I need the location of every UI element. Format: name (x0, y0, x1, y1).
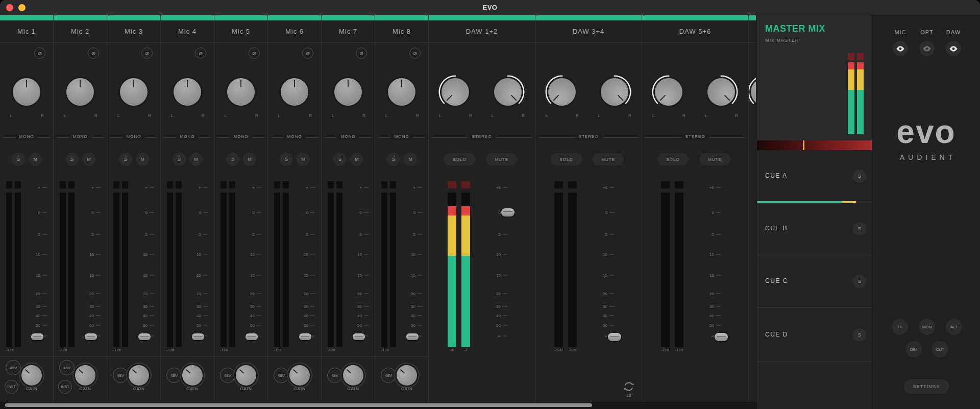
channel-strip: Mic 3 ⌀ L R MONO S M + 0 -5 10 15 20 30 … (107, 15, 161, 409)
phantom-48v-button[interactable]: 48V (113, 368, 128, 383)
alt-speaker-button[interactable]: ALT (946, 319, 962, 335)
solo-button[interactable]: S (387, 153, 400, 166)
close-button[interactable] (6, 4, 13, 11)
pan-left-label: L (329, 113, 337, 118)
cue-c-solo-button[interactable]: S (853, 275, 866, 288)
fader-scale: + 0 -5 10 15 20 30 40 50 ∞ (133, 15, 154, 409)
level-meter (328, 193, 334, 347)
fader-handle[interactable] (406, 333, 419, 340)
pan-right-label: R (519, 113, 527, 118)
meter-peak-segment (229, 181, 235, 188)
fader-handle[interactable] (715, 333, 728, 341)
master-subtitle: MIX MASTER (765, 38, 799, 43)
phantom-48v-button[interactable]: 48V (59, 360, 75, 375)
fader-scale: +6 0 -5 10 15 20 30 40 50 ∞ (589, 15, 614, 409)
solo-button[interactable]: SOLO (444, 153, 475, 165)
cue-a-solo-button[interactable]: S (853, 170, 866, 183)
phantom-48v-button[interactable]: 48V (166, 368, 182, 383)
phantom-48v-button[interactable]: 48V (220, 368, 235, 383)
level-meter (6, 193, 12, 347)
fader-handle[interactable] (299, 333, 311, 340)
fader-handle[interactable] (192, 333, 204, 340)
master-level-meter (857, 62, 864, 134)
cue-a-level-slider[interactable] (757, 201, 872, 203)
opt-visibility-button[interactable] (919, 41, 935, 56)
solo-button[interactable]: SOLO (551, 153, 582, 165)
scrollbar-thumb[interactable] (5, 403, 592, 407)
level-meter (122, 193, 128, 347)
eye-icon (896, 45, 905, 52)
level-meter (381, 193, 387, 347)
loopback-button[interactable]: LB (619, 379, 639, 399)
meter-peak-segment (68, 181, 75, 188)
fader-handle[interactable] (85, 333, 97, 340)
solo-button[interactable]: S (65, 153, 79, 166)
fader-handle[interactable] (31, 333, 43, 340)
fader-handle[interactable] (246, 333, 258, 340)
settings-button[interactable]: SETTINGS (904, 379, 949, 394)
mic-visibility-button[interactable] (893, 41, 908, 56)
pan-right-label: R (680, 113, 688, 118)
phantom-48v-button[interactable]: 48V (6, 360, 21, 375)
meter-peak-segment (328, 181, 334, 188)
level-meter (675, 193, 683, 347)
solo-button[interactable]: S (226, 153, 239, 166)
solo-button[interactable]: S (333, 153, 347, 166)
footer-divider (107, 356, 160, 357)
master-section (757, 15, 872, 150)
level-readout-left: -128 (553, 348, 564, 352)
cut-button[interactable]: CUT (932, 341, 948, 357)
phantom-48v-button[interactable]: 48V (274, 368, 289, 383)
phantom-48v-button[interactable]: 48V (327, 368, 342, 383)
dim-button[interactable]: DIM (905, 341, 922, 357)
solo-button[interactable]: S (280, 153, 293, 166)
inst-button[interactable]: INST (58, 380, 72, 394)
fader-scale: + 0 -5 10 15 20 30 40 50 ∞ (26, 15, 47, 409)
meter-peak-segment (661, 181, 670, 188)
fader-scale: + 0 -5 10 15 20 30 40 50 ∞ (240, 15, 261, 409)
cue-b-solo-button[interactable]: S (853, 222, 866, 235)
meter-peak-segment (122, 181, 128, 188)
pan-right-label: R (467, 113, 475, 118)
fader-scale: + 0 -5 10 15 20 30 40 50 ∞ (186, 15, 208, 409)
phantom-48v-button[interactable]: 48V (381, 368, 396, 383)
solo-button[interactable]: S (173, 153, 186, 166)
titlebar: EVO (0, 0, 980, 15)
cue-d-solo-button[interactable]: S (853, 328, 866, 342)
level-meter (167, 193, 173, 347)
cue-c-label: CUE C (765, 277, 788, 284)
solo-button[interactable]: S (12, 153, 25, 166)
window-controls (6, 4, 26, 11)
pan-left-label: L (222, 113, 230, 118)
gain-label: GAIN (182, 387, 203, 391)
footer-divider (0, 356, 53, 357)
solo-button[interactable]: SOLO (657, 153, 689, 165)
fader-scale: + 0 -5 10 15 20 30 40 50 ∞ (347, 15, 369, 409)
gain-label: GAIN (289, 387, 310, 391)
channel-header (749, 20, 756, 43)
fader-handle[interactable] (501, 208, 514, 216)
master-level-meter (848, 62, 854, 134)
minimize-button[interactable] (18, 4, 26, 11)
monitor-button[interactable]: MON (919, 319, 935, 335)
pan-left-label: L (275, 113, 283, 118)
inst-button[interactable]: INST (5, 380, 18, 394)
eye-icon (922, 45, 932, 52)
cue-divider (757, 362, 872, 362)
fader-handle[interactable] (353, 333, 365, 340)
fader-handle[interactable] (608, 333, 621, 341)
solo-button[interactable]: S (119, 153, 132, 166)
daw-visibility-button[interactable] (946, 41, 961, 56)
channel-rack: Mic 1 ⌀ L R MONO S M + 0 -5 10 15 20 30 … (0, 15, 756, 409)
level-readout-left: -128 (660, 348, 671, 352)
level-readout: -128 (270, 348, 285, 352)
gain-label: GAIN (129, 387, 149, 391)
meter-peak-segment (675, 181, 683, 188)
gain-label: GAIN (343, 387, 363, 391)
talkback-button[interactable]: TB (892, 319, 908, 335)
fader-handle[interactable] (138, 333, 151, 340)
pan-left-label: L (436, 113, 444, 118)
master-fader[interactable] (757, 140, 872, 150)
level-meter (274, 193, 280, 347)
channel-strip: Mic 7 ⌀ L R MONO S M + 0 -5 10 15 20 30 … (322, 15, 375, 409)
